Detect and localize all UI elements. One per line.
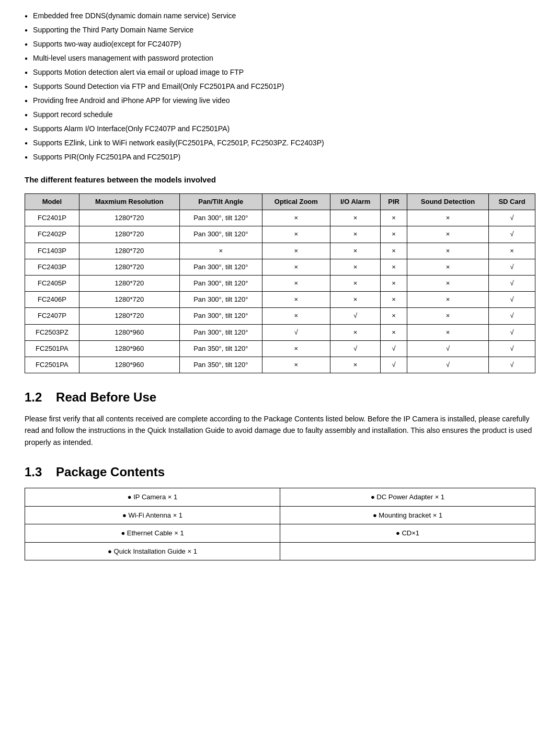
table-cell: √ [330,340,381,357]
table-cell: 1280*960 [79,357,179,373]
table-row: FC2403P1280*720Pan 300°, tilt 120°××××√ [25,259,535,275]
table-cell: × [330,357,381,373]
table-cell: √ [489,292,535,308]
table-cell: √ [381,357,407,373]
table-col-header: Optical Zoom [262,194,330,210]
table-cell: Pan 350°, tilt 120° [179,357,262,373]
table-section-heading: The different features between the model… [25,175,535,184]
table-cell: 1280*960 [79,324,179,340]
table-col-header: Model [25,194,79,210]
table-cell: 1280*720 [79,243,179,259]
table-cell: FC2403P [25,259,79,275]
table-cell: √ [489,275,535,291]
table-row: FC2501PA1280*960Pan 350°, tilt 120°×√√√√ [25,340,535,357]
table-cell: FC2501PA [25,357,79,373]
table-cell: × [262,308,330,324]
table-row: FC2503PZ1280*960Pan 300°, tilt 120°√×××√ [25,324,535,340]
table-cell: √ [489,259,535,275]
table-cell: Pan 350°, tilt 120° [179,340,262,357]
bullet-item: Supporting the Third Party Domain Name S… [25,25,535,36]
table-cell: 1280*960 [79,340,179,357]
table-cell: Pan 300°, tilt 120° [179,275,262,291]
table-cell: FC2407P [25,308,79,324]
table-row: FC2501PA1280*960Pan 350°, tilt 120°××√√√ [25,357,535,373]
table-cell: × [330,292,381,308]
table-cell: √ [330,308,381,324]
table-cell: × [330,243,381,259]
table-cell: Pan 300°, tilt 120° [179,292,262,308]
table-header-row: ModelMaxmium ResolutionPan/Tilt AngleOpt… [25,194,535,210]
table-cell: × [262,210,330,226]
package-cell: ● CD×1 [280,524,535,543]
table-cell: × [407,243,488,259]
table-cell: √ [407,357,488,373]
table-cell: × [262,340,330,357]
table-cell: × [262,292,330,308]
table-cell: × [262,275,330,291]
table-cell: × [330,210,381,226]
table-cell: × [407,324,488,340]
table-cell: × [262,259,330,275]
package-row: ● Wi-Fi Antenna × 1● Mounting bracket × … [25,506,535,524]
table-cell: 1280*720 [79,308,179,324]
package-row: ● Ethernet Cable × 1● CD×1 [25,524,535,543]
bullet-item: Providing free Android and iPhone APP fo… [25,95,535,106]
table-cell: Pan 300°, tilt 120° [179,226,262,243]
package-cell: ● IP Camera × 1 [25,488,280,507]
table-cell: √ [489,357,535,373]
package-cell [280,542,535,560]
table-cell: × [262,243,330,259]
table-cell: × [381,210,407,226]
bullet-item: Supports Alarm I/O Interface(Only FC2407… [25,123,535,134]
package-cell: ● Mounting bracket × 1 [280,506,535,524]
package-row: ● Quick Installation Guide × 1 [25,542,535,560]
table-cell: √ [407,340,488,357]
table-cell: × [407,259,488,275]
table-cell: × [381,275,407,291]
bullet-item: Supports Sound Detection via FTP and Ema… [25,81,535,92]
section-12-paragraph: Please first verify that all contents re… [25,413,535,448]
feature-list: Embedded free DDNS(dynamic domain name s… [25,10,535,163]
table-cell: Pan 300°, tilt 120° [179,259,262,275]
table-cell: × [381,292,407,308]
table-cell: √ [489,340,535,357]
table-cell: × [381,243,407,259]
table-cell: FC2402P [25,226,79,243]
table-cell: × [407,275,488,291]
package-table-body: ● IP Camera × 1● DC Power Adapter × 1● W… [25,488,535,560]
table-row: FC2401P1280*720Pan 300°, tilt 120°××××√ [25,210,535,226]
section-13-title: 1.3 Package Contents [25,465,535,479]
bullet-item: Multi-level users management with passwo… [25,53,535,64]
table-col-header: Maxmium Resolution [79,194,179,210]
table-cell: Pan 300°, tilt 120° [179,324,262,340]
table-cell: × [381,226,407,243]
table-cell: FC2406P [25,292,79,308]
package-cell: ● Quick Installation Guide × 1 [25,542,280,560]
table-cell: √ [489,324,535,340]
table-cell: 1280*720 [79,210,179,226]
table-cell: Pan 300°, tilt 120° [179,308,262,324]
table-body: FC2401P1280*720Pan 300°, tilt 120°××××√F… [25,210,535,373]
table-cell: √ [262,324,330,340]
table-cell: √ [489,308,535,324]
table-row: FC1403P1280*720×××××× [25,243,535,259]
features-table: ModelMaxmium ResolutionPan/Tilt AngleOpt… [25,193,535,373]
table-col-header: I/O Alarm [330,194,381,210]
package-table: ● IP Camera × 1● DC Power Adapter × 1● W… [25,488,535,560]
table-cell: × [407,210,488,226]
table-cell: 1280*720 [79,226,179,243]
table-cell: √ [489,226,535,243]
table-cell: × [407,292,488,308]
table-cell: × [381,259,407,275]
table-cell: × [407,308,488,324]
table-cell: √ [489,210,535,226]
package-cell: ● Ethernet Cable × 1 [25,524,280,543]
table-row: FC2402P1280*720Pan 300°, tilt 120°××××√ [25,226,535,243]
table-col-header: PIR [381,194,407,210]
package-cell: ● Wi-Fi Antenna × 1 [25,506,280,524]
table-cell: × [179,243,262,259]
table-row: FC2405P1280*720Pan 300°, tilt 120°××××√ [25,275,535,291]
table-cell: × [407,226,488,243]
table-col-header: Sound Detection [407,194,488,210]
table-col-header: Pan/Tilt Angle [179,194,262,210]
